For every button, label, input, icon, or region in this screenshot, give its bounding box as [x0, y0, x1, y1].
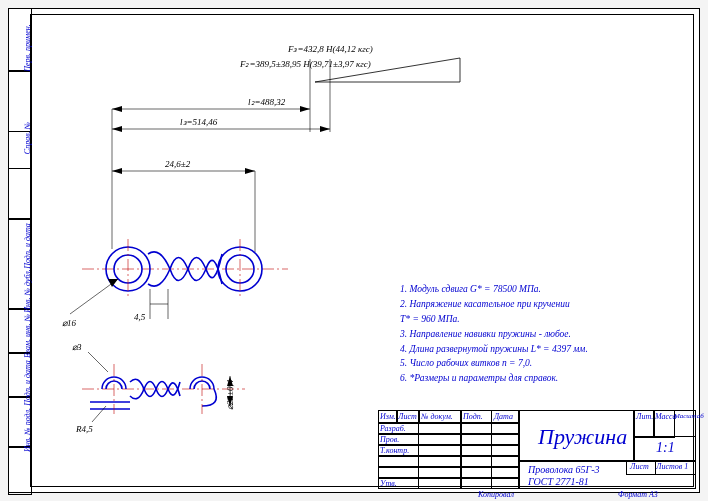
tb-razrab: Разраб.: [380, 424, 406, 433]
note-2: 2. Напряжение касательное при кручении: [400, 299, 680, 311]
tb-sheet: Лист: [630, 462, 649, 471]
tb-copy: Копировал: [478, 490, 514, 499]
dim-L: 24,6±2: [165, 159, 191, 169]
tb-format: Формат А3: [618, 490, 658, 499]
svg-line-30: [88, 352, 108, 372]
tb-material: Проволока 65Г-3: [528, 464, 600, 475]
tb-podp: Подп.: [463, 412, 483, 421]
dim-l2: l₂=488,32: [248, 97, 286, 107]
svg-marker-11: [245, 168, 255, 174]
tb-lit: Лит.: [636, 412, 653, 421]
svg-marker-6: [112, 126, 122, 132]
dim-d3: ⌀3: [72, 342, 82, 352]
tb-ndoc: № докум.: [421, 412, 453, 421]
sidebar-stamp: Инв. № подл. Подп. и дата Взам. инв. № И…: [8, 8, 30, 493]
tb-scale-h: Масштаб: [674, 412, 704, 420]
svg-marker-7: [320, 126, 330, 132]
note-4: 4. Длина развернутой пружины L* = 4397 м…: [400, 344, 680, 356]
dim-d22: ⌀22±0,4: [225, 379, 235, 410]
svg-marker-2: [300, 106, 310, 112]
tb-data: Дата: [494, 412, 513, 421]
svg-marker-1: [112, 106, 122, 112]
tb-gost: ГОСТ 2771-81: [528, 476, 589, 487]
spring-main-view: ⌀16 4,5: [62, 239, 288, 328]
tb-izm: Изм.: [380, 412, 396, 421]
note-5: 5. Число рабочих витков n = 7,0.: [400, 358, 680, 370]
tb-sheets: Листов 1: [656, 462, 688, 471]
tb-scale: 1:1: [656, 440, 675, 456]
note-3: 3. Направление навивки пружины - любое.: [400, 329, 680, 341]
dim-l3: l₃=514,46: [180, 117, 218, 127]
dim-d16: ⌀16: [62, 318, 77, 328]
force-f2: F₂=389,5±38,95 Н(39,71±3,97 кгс): [239, 59, 371, 69]
note-2b: Т* = 960 МПа.: [400, 314, 680, 326]
tb-utv: Утв.: [380, 479, 397, 488]
tb-name: Пружина: [538, 424, 627, 450]
svg-marker-10: [112, 168, 122, 174]
note-1: 1. Модуль сдвига G* = 78500 МПа.: [400, 284, 680, 296]
dim-R: R4,5: [75, 424, 93, 434]
spring-secondary-view: ⌀3 R4,5 ⌀22±0,4: [72, 342, 245, 434]
tb-prov: Пров.: [380, 435, 399, 444]
dim-gap: 4,5: [134, 312, 146, 322]
note-6: 6. *Размеры и параметры для справок.: [400, 373, 680, 385]
force-diagram: F₃=432,8 Н(44,12 кгс) F₂=389,5±38,95 Н(3…: [112, 44, 460, 252]
tb-tkontr: Т.контр.: [380, 446, 409, 455]
tb-list: Лист: [398, 412, 417, 421]
technical-notes: 1. Модуль сдвига G* = 78500 МПа. 2. Напр…: [400, 284, 680, 388]
force-f3: F₃=432,8 Н(44,12 кгс): [287, 44, 373, 54]
